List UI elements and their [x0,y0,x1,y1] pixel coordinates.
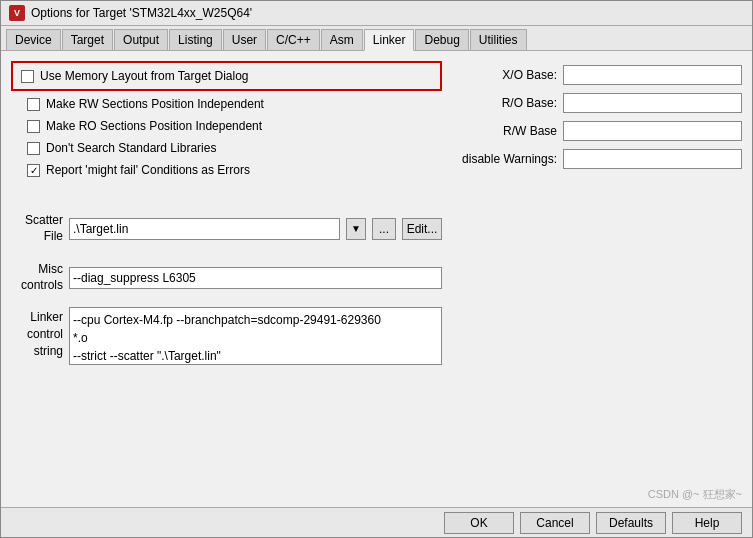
rw-base-input[interactable] [563,121,742,141]
scatter-file-label: Scatter File [11,213,63,244]
no-std-libs-label: Don't Search Standard Libraries [46,141,216,155]
report-fail-item: Report 'might fail' Conditions as Errors [11,161,442,179]
scatter-edit-button[interactable]: Edit... [402,218,442,240]
tab-target[interactable]: Target [62,29,113,50]
linker-control-input[interactable]: --cpu Cortex-M4.fp --branchpatch=sdcomp-… [69,307,442,365]
tab-device[interactable]: Device [6,29,61,50]
tab-utilities[interactable]: Utilities [470,29,527,50]
ro-base-label: R/O Base: [452,96,557,110]
use-memory-layout-label: Use Memory Layout from Target Dialog [40,69,249,83]
make-rw-item: Make RW Sections Position Independent [11,95,442,113]
xo-base-row: X/O Base: [452,65,742,85]
make-rw-label: Make RW Sections Position Independent [46,97,264,111]
help-button[interactable]: Help [672,512,742,534]
scatter-dropdown-button[interactable]: ▼ [346,218,366,240]
tab-user[interactable]: User [223,29,266,50]
no-std-libs-item: Don't Search Standard Libraries [11,139,442,157]
misc-controls-row: Misc controls [11,262,442,293]
xo-base-input[interactable] [563,65,742,85]
app-icon: V [9,5,25,21]
rw-base-label: R/W Base [452,124,557,138]
window-title: Options for Target 'STM32L4xx_W25Q64' [31,6,252,20]
linker-control-row: Linker control string --cpu Cortex-M4.fp… [11,307,442,365]
make-ro-checkbox[interactable] [27,120,40,133]
tab-debug[interactable]: Debug [415,29,468,50]
xo-base-label: X/O Base: [452,68,557,82]
make-rw-checkbox[interactable] [27,98,40,111]
misc-controls-label: Misc controls [11,262,63,293]
use-memory-layout-checkbox[interactable] [21,70,34,83]
scatter-file-row: Scatter File ▼ ... Edit... [11,213,442,244]
rw-base-row: R/W Base [452,121,742,141]
tab-listing[interactable]: Listing [169,29,222,50]
ro-base-input[interactable] [563,93,742,113]
use-memory-layout-group: Use Memory Layout from Target Dialog [11,61,442,91]
report-fail-label: Report 'might fail' Conditions as Errors [46,163,250,177]
title-bar: V Options for Target 'STM32L4xx_W25Q64' [1,1,752,26]
cancel-button[interactable]: Cancel [520,512,590,534]
tab-asm[interactable]: Asm [321,29,363,50]
watermark: CSDN @~ 狂想家~ [648,487,742,502]
tab-output[interactable]: Output [114,29,168,50]
tab-bar: Device Target Output Listing User C/C++ … [1,26,752,51]
make-ro-label: Make RO Sections Position Independent [46,119,262,133]
misc-controls-input[interactable] [69,267,442,289]
ok-button[interactable]: OK [444,512,514,534]
scatter-file-input[interactable] [69,218,340,240]
no-std-libs-checkbox[interactable] [27,142,40,155]
linker-control-label: Linker control string [11,307,63,359]
scatter-browse-button[interactable]: ... [372,218,396,240]
disable-warnings-label: disable Warnings: [452,152,557,166]
ro-base-row: R/O Base: [452,93,742,113]
make-ro-item: Make RO Sections Position Independent [11,117,442,135]
tab-cpp[interactable]: C/C++ [267,29,320,50]
disable-warnings-row: disable Warnings: [452,149,742,169]
report-fail-checkbox[interactable] [27,164,40,177]
bottom-bar: OK Cancel Defaults Help [1,507,752,537]
defaults-button[interactable]: Defaults [596,512,666,534]
tab-linker[interactable]: Linker [364,29,415,51]
disable-warnings-input[interactable] [563,149,742,169]
